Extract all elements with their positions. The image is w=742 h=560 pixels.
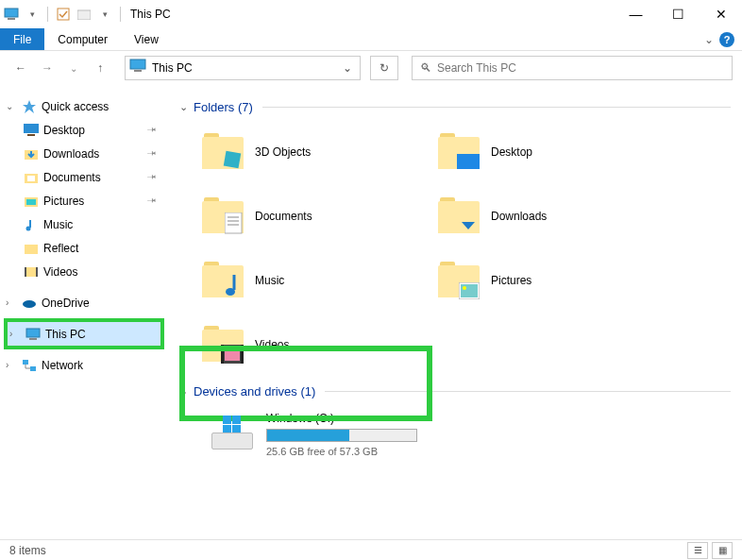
section-header-folders[interactable]: ⌄ Folders (7) <box>179 100 731 114</box>
svg-rect-22 <box>23 360 28 365</box>
sidebar-item-downloads[interactable]: Downloads 📌︎ <box>0 142 168 165</box>
chevron-down-icon[interactable]: ⌄ <box>6 101 17 111</box>
svg-rect-39 <box>232 416 241 424</box>
sidebar-item-label: Network <box>42 359 83 372</box>
svg-rect-25 <box>457 154 480 169</box>
pin-icon: 📌︎ <box>145 194 160 208</box>
minimize-button[interactable]: — <box>615 0 657 28</box>
pc-icon <box>25 328 42 341</box>
maximize-button[interactable]: ☐ <box>657 0 700 28</box>
sidebar-item-label: Downloads <box>43 147 99 161</box>
desktop-icon <box>23 124 40 137</box>
chevron-right-icon[interactable]: › <box>6 297 17 308</box>
folder-pictures[interactable]: Pictures <box>438 248 674 313</box>
sidebar-item-music[interactable]: Music <box>0 212 168 236</box>
svg-rect-20 <box>26 329 40 337</box>
svg-rect-18 <box>36 267 38 277</box>
svg-rect-8 <box>27 134 35 136</box>
new-folder-icon[interactable] <box>76 7 92 22</box>
address-text: This PC <box>152 61 193 75</box>
folder-desktop[interactable]: Desktop <box>438 120 674 184</box>
folder-downloads[interactable]: Downloads <box>438 184 674 248</box>
chevron-down-icon[interactable]: ▾ <box>97 7 112 22</box>
svg-rect-32 <box>461 284 478 297</box>
folder-label: Documents <box>255 210 312 223</box>
close-button[interactable]: ✕ <box>700 0 742 28</box>
sidebar-item-label: Pictures <box>43 195 84 208</box>
details-view-button[interactable]: ☰ <box>687 542 708 559</box>
folder-icon <box>202 195 244 237</box>
folder-icon <box>438 131 480 173</box>
ribbon-tabs: File Computer View ⌄ ? <box>0 28 742 51</box>
folder-documents[interactable]: Documents <box>202 184 438 248</box>
sidebar-item-reflect[interactable]: Reflect <box>0 236 168 260</box>
folder-icon <box>438 195 480 237</box>
folder-3d-objects[interactable]: 3D Objects <box>202 120 438 184</box>
search-placeholder: Search This PC <box>437 61 516 75</box>
refresh-button[interactable]: ↻ <box>370 56 398 80</box>
sidebar-item-documents[interactable]: Documents 📌︎ <box>0 165 168 189</box>
address-dropdown-icon[interactable]: ⌄ <box>335 61 360 75</box>
chevron-right-icon[interactable]: › <box>6 360 17 370</box>
sidebar-item-quick-access[interactable]: ⌄ Quick access <box>0 94 168 118</box>
folder-music[interactable]: Music <box>202 248 438 313</box>
pin-icon: 📌︎ <box>145 123 160 137</box>
folder-label: Downloads <box>491 210 547 223</box>
videos-icon <box>23 266 40 278</box>
highlight-annotation: › This PC <box>4 318 164 349</box>
sidebar-item-this-pc[interactable]: › This PC <box>8 322 160 346</box>
svg-rect-17 <box>25 267 26 277</box>
tab-file[interactable]: File <box>0 28 44 50</box>
back-button[interactable]: ← <box>9 57 32 79</box>
svg-rect-16 <box>25 267 38 277</box>
pin-icon: 📌︎ <box>145 170 160 184</box>
sidebar-item-pictures[interactable]: Pictures 📌︎ <box>0 189 168 212</box>
properties-icon[interactable] <box>56 7 71 22</box>
title-bar: ▾ ▾ This PC — ☐ ✕ <box>0 0 742 28</box>
help-icon[interactable]: ? <box>719 32 734 47</box>
svg-rect-38 <box>223 416 231 424</box>
folder-icon <box>23 243 40 254</box>
navigation-bar: ← → ⌄ ↑ This PC ⌄ ↻ 🔍︎ Search This PC <box>0 51 742 85</box>
sidebar-item-label: Reflect <box>43 242 78 255</box>
svg-rect-26 <box>225 212 242 233</box>
tab-computer[interactable]: Computer <box>44 28 121 50</box>
address-bar[interactable]: This PC ⌄ <box>125 56 361 80</box>
icons-view-button[interactable]: ▦ <box>712 542 733 559</box>
folder-label: Desktop <box>491 145 532 159</box>
svg-point-19 <box>23 300 36 308</box>
sidebar-item-network[interactable]: › Network <box>0 353 168 377</box>
sidebar-item-label: OneDrive <box>42 297 90 310</box>
status-bar: 8 items ☰ ▦ <box>0 539 742 560</box>
folder-icon <box>438 260 480 301</box>
sidebar-item-videos[interactable]: Videos <box>0 260 168 283</box>
folder-label: Music <box>255 274 284 287</box>
chevron-down-icon: ⌄ <box>179 101 188 113</box>
sidebar-item-desktop[interactable]: Desktop 📌︎ <box>0 118 168 142</box>
sidebar-item-label: Videos <box>43 265 77 279</box>
item-count: 8 items <box>9 544 46 557</box>
svg-rect-2 <box>58 8 69 20</box>
recent-locations-button[interactable]: ⌄ <box>62 57 85 79</box>
star-icon <box>21 99 38 114</box>
pc-icon <box>4 7 19 22</box>
forward-button[interactable]: → <box>36 57 59 79</box>
svg-rect-23 <box>30 366 36 371</box>
quick-access-toolbar: ▾ ▾ <box>4 7 123 22</box>
navigation-pane: ⌄ Quick access Desktop 📌︎ Downloads 📌︎ D… <box>0 85 168 539</box>
chevron-down-icon[interactable]: ▾ <box>25 7 40 22</box>
chevron-right-icon[interactable]: › <box>9 329 21 339</box>
svg-rect-11 <box>27 176 35 181</box>
pc-icon <box>129 59 148 77</box>
svg-rect-13 <box>26 199 36 205</box>
up-button[interactable]: ↑ <box>89 57 111 79</box>
pin-icon: 📌︎ <box>145 146 160 161</box>
ribbon-expand-icon[interactable]: ⌄ <box>704 33 714 46</box>
svg-rect-1 <box>8 18 15 20</box>
cloud-icon <box>21 297 38 309</box>
drive-usage-bar <box>266 429 417 442</box>
search-input[interactable]: 🔍︎ Search This PC <box>412 56 733 80</box>
drive-icon <box>211 412 253 453</box>
tab-view[interactable]: View <box>121 28 172 50</box>
sidebar-item-onedrive[interactable]: › OneDrive <box>0 291 168 314</box>
